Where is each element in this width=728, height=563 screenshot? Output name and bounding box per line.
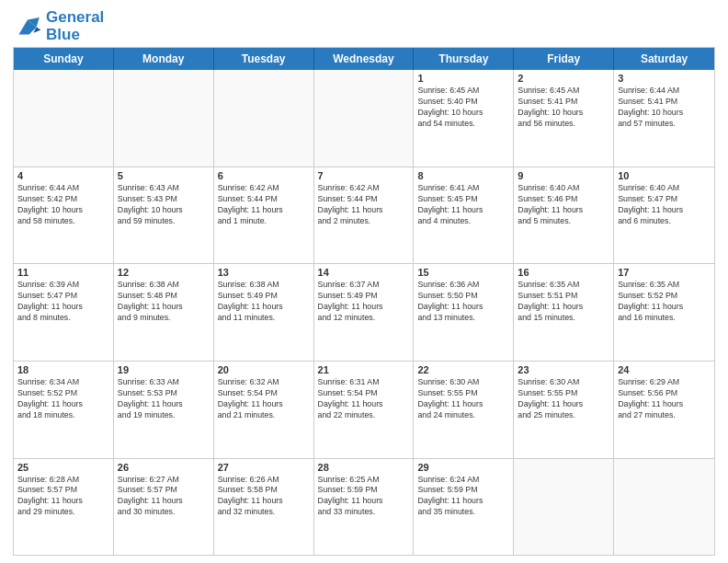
header-day-tuesday: Tuesday (214, 48, 314, 70)
calendar-cell: 20Sunrise: 6:32 AM Sunset: 5:54 PM Dayli… (214, 362, 314, 458)
calendar-cell: 19Sunrise: 6:33 AM Sunset: 5:53 PM Dayli… (114, 362, 214, 458)
calendar-week-1: 1Sunrise: 6:45 AM Sunset: 5:40 PM Daylig… (14, 70, 714, 167)
calendar-cell (614, 459, 714, 556)
day-number: 17 (618, 267, 711, 278)
day-number: 6 (218, 170, 310, 181)
day-info: Sunrise: 6:31 AM Sunset: 5:54 PM Dayligh… (318, 377, 410, 421)
page: General Blue SundayMondayTuesdayWednesda… (0, 0, 728, 563)
day-number: 13 (218, 267, 310, 278)
day-number: 2 (518, 73, 609, 84)
calendar-cell: 1Sunrise: 6:45 AM Sunset: 5:40 PM Daylig… (414, 70, 514, 167)
calendar-week-2: 4Sunrise: 6:44 AM Sunset: 5:42 PM Daylig… (14, 167, 714, 264)
day-number: 27 (218, 462, 310, 473)
calendar-cell: 14Sunrise: 6:37 AM Sunset: 5:49 PM Dayli… (314, 264, 415, 361)
day-number: 24 (618, 364, 711, 375)
day-number: 11 (17, 267, 109, 278)
logo: General Blue (13, 9, 104, 43)
day-number: 12 (118, 267, 210, 278)
day-number: 21 (318, 364, 410, 375)
day-info: Sunrise: 6:44 AM Sunset: 5:41 PM Dayligh… (618, 86, 711, 130)
calendar-cell: 28Sunrise: 6:25 AM Sunset: 5:59 PM Dayli… (314, 459, 415, 556)
calendar: SundayMondayTuesdayWednesdayThursdayFrid… (13, 47, 715, 556)
header-day-sunday: Sunday (14, 48, 114, 70)
day-info: Sunrise: 6:38 AM Sunset: 5:48 PM Dayligh… (118, 280, 210, 324)
day-number: 4 (17, 170, 109, 181)
logo-icon (13, 14, 42, 40)
header-day-friday: Friday (514, 48, 614, 70)
day-info: Sunrise: 6:40 AM Sunset: 5:46 PM Dayligh… (518, 183, 609, 227)
day-info: Sunrise: 6:30 AM Sunset: 5:55 PM Dayligh… (417, 377, 509, 421)
calendar-cell: 25Sunrise: 6:28 AM Sunset: 5:57 PM Dayli… (14, 459, 114, 556)
calendar-cell (114, 70, 214, 167)
calendar-cell: 21Sunrise: 6:31 AM Sunset: 5:54 PM Dayli… (314, 362, 415, 458)
calendar-week-3: 11Sunrise: 6:39 AM Sunset: 5:47 PM Dayli… (14, 263, 714, 361)
calendar-cell: 2Sunrise: 6:45 AM Sunset: 5:41 PM Daylig… (514, 70, 614, 167)
calendar-cell (14, 70, 114, 167)
day-info: Sunrise: 6:29 AM Sunset: 5:56 PM Dayligh… (618, 377, 711, 421)
day-info: Sunrise: 6:26 AM Sunset: 5:58 PM Dayligh… (218, 475, 310, 519)
calendar-week-4: 18Sunrise: 6:34 AM Sunset: 5:52 PM Dayli… (14, 361, 714, 458)
calendar-cell: 3Sunrise: 6:44 AM Sunset: 5:41 PM Daylig… (614, 70, 714, 167)
day-number: 15 (417, 267, 509, 278)
calendar-cell: 15Sunrise: 6:36 AM Sunset: 5:50 PM Dayli… (414, 264, 514, 361)
calendar-cell (514, 459, 614, 556)
calendar-cell: 4Sunrise: 6:44 AM Sunset: 5:42 PM Daylig… (14, 167, 114, 264)
day-info: Sunrise: 6:44 AM Sunset: 5:42 PM Dayligh… (17, 183, 109, 227)
day-number: 20 (218, 364, 310, 375)
calendar-cell: 24Sunrise: 6:29 AM Sunset: 5:56 PM Dayli… (614, 362, 714, 458)
calendar-cell: 9Sunrise: 6:40 AM Sunset: 5:46 PM Daylig… (514, 167, 614, 264)
day-number: 9 (518, 170, 609, 181)
day-info: Sunrise: 6:39 AM Sunset: 5:47 PM Dayligh… (17, 280, 109, 324)
calendar-cell: 12Sunrise: 6:38 AM Sunset: 5:48 PM Dayli… (114, 264, 214, 361)
day-info: Sunrise: 6:42 AM Sunset: 5:44 PM Dayligh… (218, 183, 310, 227)
day-info: Sunrise: 6:24 AM Sunset: 5:59 PM Dayligh… (417, 475, 509, 519)
calendar-cell: 5Sunrise: 6:43 AM Sunset: 5:43 PM Daylig… (114, 167, 214, 264)
day-info: Sunrise: 6:38 AM Sunset: 5:49 PM Dayligh… (218, 280, 310, 324)
day-number: 26 (118, 462, 210, 473)
calendar-cell: 10Sunrise: 6:40 AM Sunset: 5:47 PM Dayli… (614, 167, 714, 264)
day-number: 7 (318, 170, 410, 181)
day-number: 29 (417, 462, 509, 473)
calendar-header: SundayMondayTuesdayWednesdayThursdayFrid… (14, 48, 714, 70)
day-number: 25 (17, 462, 109, 473)
calendar-cell: 16Sunrise: 6:35 AM Sunset: 5:51 PM Dayli… (514, 264, 614, 361)
calendar-cell: 27Sunrise: 6:26 AM Sunset: 5:58 PM Dayli… (214, 459, 314, 556)
day-info: Sunrise: 6:43 AM Sunset: 5:43 PM Dayligh… (118, 183, 210, 227)
header-day-thursday: Thursday (414, 48, 514, 70)
day-info: Sunrise: 6:30 AM Sunset: 5:55 PM Dayligh… (518, 377, 609, 421)
day-number: 8 (417, 170, 509, 181)
calendar-cell (314, 70, 415, 167)
calendar-cell: 22Sunrise: 6:30 AM Sunset: 5:55 PM Dayli… (414, 362, 514, 458)
day-number: 28 (318, 462, 410, 473)
day-info: Sunrise: 6:40 AM Sunset: 5:47 PM Dayligh… (618, 183, 711, 227)
day-info: Sunrise: 6:45 AM Sunset: 5:40 PM Dayligh… (417, 86, 509, 130)
calendar-cell (214, 70, 314, 167)
calendar-body: 1Sunrise: 6:45 AM Sunset: 5:40 PM Daylig… (14, 70, 714, 555)
day-info: Sunrise: 6:35 AM Sunset: 5:51 PM Dayligh… (518, 280, 609, 324)
day-number: 10 (618, 170, 711, 181)
day-number: 22 (417, 364, 509, 375)
day-info: Sunrise: 6:35 AM Sunset: 5:52 PM Dayligh… (618, 280, 711, 324)
day-number: 1 (417, 73, 509, 84)
day-number: 19 (118, 364, 210, 375)
calendar-cell: 18Sunrise: 6:34 AM Sunset: 5:52 PM Dayli… (14, 362, 114, 458)
header-day-wednesday: Wednesday (314, 48, 415, 70)
day-number: 16 (518, 267, 609, 278)
calendar-cell: 26Sunrise: 6:27 AM Sunset: 5:57 PM Dayli… (114, 459, 214, 556)
day-info: Sunrise: 6:32 AM Sunset: 5:54 PM Dayligh… (218, 377, 310, 421)
day-number: 3 (618, 73, 711, 84)
logo-text: General Blue (46, 9, 104, 43)
day-info: Sunrise: 6:36 AM Sunset: 5:50 PM Dayligh… (417, 280, 509, 324)
calendar-week-5: 25Sunrise: 6:28 AM Sunset: 5:57 PM Dayli… (14, 458, 714, 556)
day-info: Sunrise: 6:42 AM Sunset: 5:44 PM Dayligh… (318, 183, 410, 227)
header-day-monday: Monday (114, 48, 214, 70)
day-info: Sunrise: 6:37 AM Sunset: 5:49 PM Dayligh… (318, 280, 410, 324)
day-number: 5 (118, 170, 210, 181)
day-info: Sunrise: 6:41 AM Sunset: 5:45 PM Dayligh… (417, 183, 509, 227)
day-info: Sunrise: 6:34 AM Sunset: 5:52 PM Dayligh… (17, 377, 109, 421)
header-day-saturday: Saturday (614, 48, 714, 70)
calendar-cell: 23Sunrise: 6:30 AM Sunset: 5:55 PM Dayli… (514, 362, 614, 458)
calendar-cell: 29Sunrise: 6:24 AM Sunset: 5:59 PM Dayli… (414, 459, 514, 556)
calendar-cell: 17Sunrise: 6:35 AM Sunset: 5:52 PM Dayli… (614, 264, 714, 361)
day-number: 23 (518, 364, 609, 375)
